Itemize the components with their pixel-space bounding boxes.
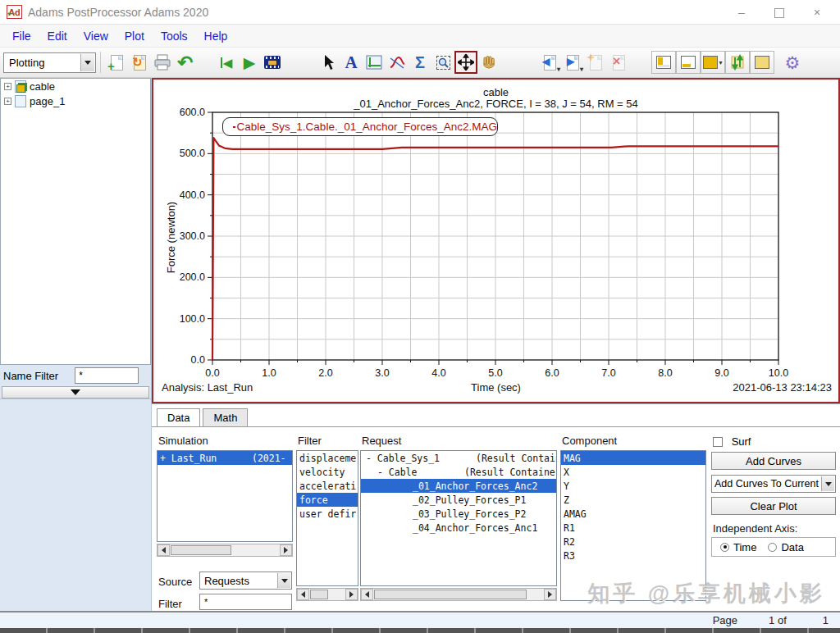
- layout-tree-left-button[interactable]: [651, 51, 676, 74]
- component-item[interactable]: Z: [561, 493, 705, 507]
- request-item[interactable]: - Cable(Result Containe: [361, 465, 556, 479]
- chevron-down-icon[interactable]: [821, 476, 834, 491]
- simulation-item-selected[interactable]: + Last_Run(2021-: [158, 451, 292, 465]
- pan-tool-button[interactable]: [477, 51, 500, 74]
- add-curves-button[interactable]: Add Curves: [711, 452, 836, 470]
- chart-legend[interactable]: Cable_Sys_1.Cable._01_Anchor_Forces_Anc2…: [222, 117, 498, 136]
- menu-view[interactable]: View: [76, 27, 116, 45]
- source-value: Requests: [204, 575, 249, 587]
- request-hscrollbar[interactable]: [360, 588, 557, 601]
- tab-math[interactable]: Math: [203, 408, 248, 427]
- reload-button[interactable]: ↻: [128, 51, 151, 74]
- mode-selector[interactable]: Plotting: [3, 52, 96, 73]
- surf-checkbox[interactable]: [713, 437, 723, 447]
- tree-item-cable[interactable]: +cable: [1, 79, 150, 93]
- scroll-right-icon[interactable]: [280, 544, 292, 556]
- math-sum-button[interactable]: Σ: [409, 51, 431, 74]
- chevron-down-icon[interactable]: [277, 573, 290, 588]
- filter-hscrollbar[interactable]: [296, 588, 358, 601]
- close-button[interactable]: ×: [810, 6, 824, 19]
- tab-data[interactable]: Data: [157, 408, 200, 427]
- plot-viewport[interactable]: 0.01.02.03.04.05.06.07.08.09.010.00.0100…: [152, 78, 840, 403]
- text-tool-button[interactable]: A: [340, 51, 363, 74]
- new-plot-button[interactable]: +: [105, 51, 128, 74]
- print-button[interactable]: [151, 51, 174, 74]
- svg-text:100.0: 100.0: [180, 313, 205, 325]
- request-label: Request: [362, 435, 401, 447]
- delete-page-button[interactable]: ×: [607, 51, 630, 74]
- play-button[interactable]: ▶: [238, 51, 261, 74]
- page-number: 1 of: [769, 614, 787, 626]
- menu-tools[interactable]: Tools: [153, 27, 195, 45]
- simulation-hscrollbar[interactable]: [157, 544, 293, 557]
- scroll-right-icon[interactable]: [345, 589, 358, 600]
- new-page-button[interactable]: [584, 51, 607, 74]
- filter-item[interactable]: user defir: [297, 507, 358, 521]
- animation-button[interactable]: [261, 51, 284, 74]
- rewind-button[interactable]: ◀: [215, 51, 238, 74]
- analysis-label: Analysis: Last_Run: [162, 381, 253, 394]
- curve-edit-button[interactable]: [386, 51, 409, 74]
- source-selector[interactable]: Requests: [199, 572, 292, 590]
- settings-button[interactable]: ⚙: [781, 51, 804, 74]
- request-item-selected[interactable]: _01_Anchor_Forces_Anc2: [361, 479, 556, 493]
- layout-full-button[interactable]: ▾: [701, 51, 725, 74]
- add-curves-mode-value: Add Curves To Current: [714, 478, 819, 490]
- filter-item[interactable]: velocity: [297, 465, 358, 479]
- tree-item-page_1[interactable]: +page_1: [1, 93, 150, 108]
- filter-list-label: Filter: [298, 435, 322, 447]
- request-item[interactable]: - Cable_Sys_1(Result Containe: [361, 451, 556, 465]
- fit-view-button[interactable]: [454, 51, 477, 74]
- magnifier-icon: [438, 57, 449, 68]
- swap-view-button[interactable]: [725, 51, 750, 74]
- request-item[interactable]: _04_Anchor_Forces_Anc1: [361, 521, 556, 535]
- tree-collapse-button[interactable]: [2, 386, 149, 398]
- filter-input[interactable]: *: [199, 594, 292, 610]
- component-item[interactable]: R1: [561, 521, 705, 535]
- component-item[interactable]: X: [561, 465, 705, 479]
- previous-page-button[interactable]: ◀▾: [538, 51, 561, 74]
- radio-time[interactable]: Time: [720, 541, 756, 553]
- expand-icon[interactable]: +: [4, 83, 11, 90]
- request-item[interactable]: _03_Pulley_Forces_P2: [361, 507, 556, 521]
- add-curves-mode-selector[interactable]: Add Curves To Current: [711, 475, 836, 493]
- filter-item[interactable]: accelerati: [297, 479, 358, 493]
- menu-edit[interactable]: Edit: [40, 27, 75, 45]
- scroll-right-icon[interactable]: [544, 589, 556, 600]
- undo-button[interactable]: ↶: [174, 51, 197, 74]
- menu-help[interactable]: Help: [197, 27, 235, 45]
- menu-plot[interactable]: Plot: [117, 27, 152, 45]
- next-page-button[interactable]: ▶▾: [561, 51, 584, 74]
- menu-file[interactable]: File: [5, 27, 39, 45]
- plot-axes-button[interactable]: [363, 51, 386, 74]
- clear-plot-button[interactable]: Clear Plot: [711, 497, 836, 515]
- component-item[interactable]: Y: [561, 479, 705, 493]
- request-item[interactable]: _02_Pulley_Forces_P1: [361, 493, 556, 507]
- filter-input-value: *: [204, 597, 208, 607]
- component-item-selected[interactable]: MAG: [561, 451, 705, 465]
- expand-icon[interactable]: +: [4, 98, 11, 105]
- toolbar: Plotting + ↻ ↶ ◀ ▶ A Σ: [0, 48, 840, 78]
- name-filter-input[interactable]: *: [75, 367, 139, 384]
- component-item[interactable]: R2: [561, 535, 705, 549]
- select-tool-button[interactable]: [317, 51, 340, 74]
- filter-list[interactable]: displacemevelocityacceleratiforceuser de…: [296, 450, 358, 586]
- layout-dashboard-button[interactable]: [676, 51, 701, 74]
- minimize-button[interactable]: –: [735, 6, 748, 19]
- dashboard-tabs: DataMath: [157, 408, 250, 427]
- filter-item[interactable]: displaceme: [297, 451, 358, 465]
- radio-data[interactable]: Data: [768, 541, 803, 553]
- scroll-left-icon[interactable]: [361, 589, 373, 600]
- back-view-button[interactable]: ←: [750, 51, 774, 74]
- zoom-select-button[interactable]: [431, 51, 454, 74]
- component-item[interactable]: R3: [561, 549, 705, 562]
- filter-item-selected[interactable]: force: [297, 493, 358, 507]
- simulation-list[interactable]: + Last_Run(2021-: [157, 450, 293, 542]
- request-list[interactable]: - Cable_Sys_1(Result Containe- Cable(Res…: [360, 450, 557, 586]
- scroll-left-icon[interactable]: [297, 589, 309, 600]
- component-list[interactable]: MAGXYZAMAGR1R2R3: [560, 450, 706, 601]
- chevron-down-icon[interactable]: [80, 54, 94, 71]
- scroll-left-icon[interactable]: [158, 544, 170, 556]
- component-item[interactable]: AMAG: [561, 507, 705, 521]
- maximize-button[interactable]: [774, 8, 784, 18]
